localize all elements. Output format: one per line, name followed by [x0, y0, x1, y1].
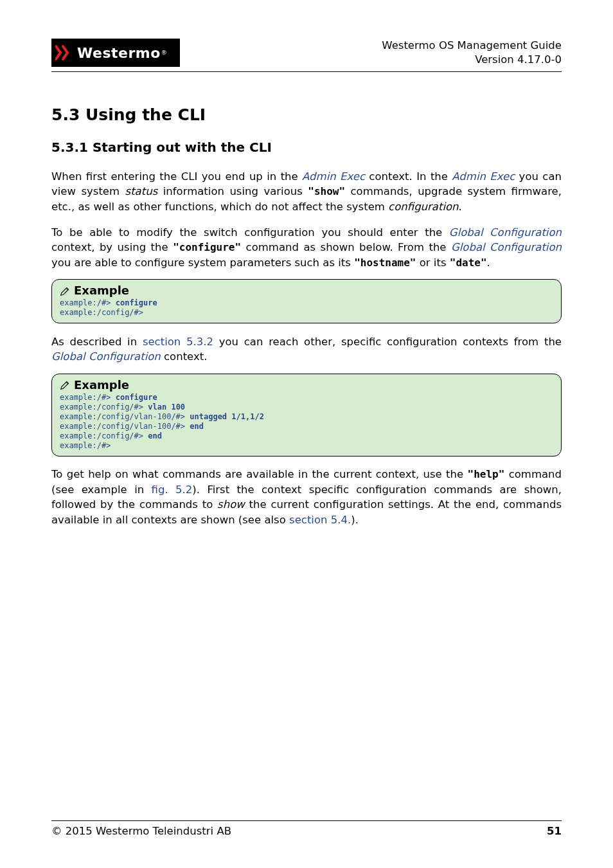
logo: Westermo®: [51, 39, 180, 67]
p1-text-a: When first entering the CLI you end up i…: [51, 170, 302, 183]
ex2-l2-cmd: vlan 100: [148, 402, 185, 411]
page-footer: © 2015 Westermo Teleindustri AB 51: [51, 820, 562, 837]
p3-text-a: As described in: [51, 336, 143, 348]
p4-text-e: ).: [351, 514, 359, 526]
p2-text-e: or its: [416, 257, 449, 269]
link-section-5-4[interactable]: section 5.4.: [289, 514, 351, 526]
ex2-l3-cmd: untagged 1/1,1/2: [190, 412, 264, 421]
example-box-1: Example example:/#> configure example:/c…: [51, 279, 562, 323]
paragraph-3: As described in section 5.3.2 you can re…: [51, 334, 562, 365]
p4-italic-show: show: [217, 498, 245, 511]
doc-title: Westermo OS Management Guide: [382, 39, 562, 53]
paragraph-4: To get help on what commands are availab…: [51, 467, 562, 527]
code-hostname: "hostname": [354, 257, 416, 269]
code-configure: "configure": [173, 241, 241, 253]
ex2-l5-prompt: example:/config/#>: [60, 431, 148, 440]
p1-text-b: context. In the: [365, 170, 452, 183]
example-1-code: example:/#> configure example:/config/#>: [60, 298, 553, 318]
ex2-l3-prompt: example:/config/vlan-100/#>: [60, 412, 190, 421]
page-header: Westermo® Westermo OS Management Guide V…: [51, 39, 562, 68]
ex2-l1-cmd: configure: [116, 393, 157, 402]
link-admin-exec-1[interactable]: Admin Exec: [302, 170, 365, 183]
p2-text-c: command as shown below. From the: [241, 241, 451, 253]
link-global-config-3[interactable]: Global Configuration: [51, 350, 161, 363]
p1-italic-status: status: [125, 185, 158, 197]
doc-version: Version 4.17.0-0: [382, 53, 562, 67]
ex2-l2-prompt: example:/config/#>: [60, 402, 148, 411]
ex2-l1-prompt: example:/#>: [60, 393, 116, 402]
paragraph-2: To be able to modify the switch configur…: [51, 225, 562, 271]
link-section-5-3-2[interactable]: section 5.3.2: [143, 336, 213, 348]
p2-text-f: .: [487, 257, 490, 269]
example-box-2: Example example:/#> configure example:/c…: [51, 374, 562, 457]
p1-text-f: .: [459, 201, 462, 213]
code-show: "show": [308, 185, 345, 197]
ex2-l5-cmd: end: [148, 431, 162, 440]
footer-rule: [51, 820, 562, 821]
code-date: "date": [450, 257, 487, 269]
example-title-2: Example: [74, 378, 129, 392]
header-rule: [51, 71, 562, 72]
example-2-code: example:/#> configure example:/config/#>…: [60, 393, 553, 451]
example-title-1: Example: [74, 284, 129, 297]
logo-chevrons-icon: [55, 44, 73, 61]
p2-text-a: To be able to modify the switch configur…: [51, 226, 449, 239]
footer-copyright: © 2015 Westermo Teleindustri AB: [51, 825, 231, 837]
ex1-l1-cmd: configure: [116, 298, 157, 307]
ex2-l4-cmd: end: [190, 422, 204, 431]
logo-text: Westermo: [77, 45, 161, 61]
ex2-l4-prompt: example:/config/vlan-100/#>: [60, 422, 190, 431]
link-fig-5-2[interactable]: fig. 5.2: [152, 484, 193, 496]
p3-text-b: you can reach other, specific configurat…: [213, 336, 562, 348]
section-heading-5-3-1: 5.3.1 Starting out with the CLI: [51, 140, 562, 155]
link-admin-exec-2[interactable]: Admin Exec: [452, 170, 515, 183]
ex1-l2-prompt: example:/config/#>: [60, 308, 143, 317]
header-doc-info: Westermo OS Management Guide Version 4.1…: [382, 39, 562, 68]
link-global-config-2[interactable]: Global Configuration: [451, 241, 562, 253]
ex2-l6-prompt: example:/#>: [60, 441, 111, 450]
p3-text-c: context.: [161, 350, 208, 363]
link-global-config-1[interactable]: Global Configuration: [449, 226, 562, 239]
pencil-icon: [60, 285, 71, 296]
pencil-icon: [60, 379, 71, 390]
p2-text-b: context, by using the: [51, 241, 173, 253]
p2-text-d: you are able to configure system paramet…: [51, 257, 354, 269]
p1-text-d: information using various: [157, 185, 308, 197]
ex1-l1-prompt: example:/#>: [60, 298, 116, 307]
p4-text-a: To get help on what commands are availab…: [51, 468, 468, 480]
logo-registered-icon: ®: [161, 50, 167, 56]
section-heading-5-3: 5.3 Using the CLI: [51, 105, 562, 124]
code-help: "help": [468, 468, 505, 480]
paragraph-1: When first entering the CLI you end up i…: [51, 169, 562, 215]
p1-italic-configuration: configuration: [388, 201, 458, 213]
page-number: 51: [547, 825, 562, 837]
